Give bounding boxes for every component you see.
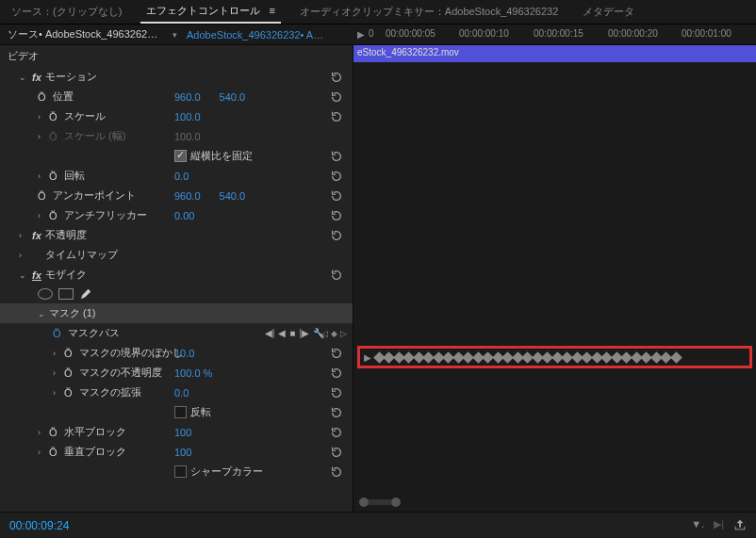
prop-mask-invert[interactable]: 反転 — [0, 402, 353, 422]
prop-value[interactable]: 100.0 — [174, 111, 201, 122]
stopwatch-icon[interactable]: Ŏ — [64, 367, 77, 379]
reset-button[interactable] — [330, 209, 345, 222]
reset-button[interactable] — [330, 367, 345, 380]
stopwatch-icon[interactable]: Ŏ — [49, 447, 62, 458]
reset-button[interactable] — [330, 229, 345, 242]
prop-scale[interactable]: › Ŏ スケール 100.0 — [0, 106, 353, 126]
mask-ellipse-button[interactable] — [38, 288, 53, 300]
scroll-handle-left[interactable] — [359, 497, 369, 507]
timeline-clip-bar[interactable]: eStock_496326232.mov — [353, 45, 756, 62]
prop-value[interactable]: 0.00 — [174, 210, 194, 221]
clip-name-link[interactable]: AdobeStock_496326232• A… — [187, 29, 323, 41]
prop-mask-feather[interactable]: › Ŏ マスクの境界のぼかし 10.0 — [0, 343, 353, 363]
twirl-closed-icon[interactable]: › — [53, 388, 64, 398]
timeline-ruler[interactable]: ▶ 0 00:00:00:05 00:00:00:10 00:00:00:15 … — [353, 24, 756, 45]
twirl-closed-icon[interactable]: › — [38, 211, 49, 220]
fx-badge-icon[interactable]: fx — [30, 72, 43, 83]
effect-motion[interactable]: ⌄ fx モーション — [0, 67, 353, 87]
reset-button[interactable] — [330, 406, 345, 419]
effect-mosaic[interactable]: ⌄ fx モザイク — [0, 265, 353, 285]
prop-value-x[interactable]: 960.0540.0 — [174, 190, 245, 202]
reset-button[interactable] — [330, 90, 345, 104]
add-keyframe-button[interactable]: ◆ — [331, 329, 337, 338]
stopwatch-icon[interactable]: Ŏ — [38, 91, 51, 103]
export-icon[interactable] — [733, 518, 747, 533]
stopwatch-icon[interactable]: Ŏ — [38, 190, 51, 202]
track-step-fwd-button[interactable]: |▶ — [299, 328, 309, 338]
prop-value[interactable]: 0.0 — [174, 171, 189, 182]
twirl-closed-icon[interactable]: › — [38, 171, 49, 181]
reset-button[interactable] — [330, 150, 345, 163]
prop-anchor-point[interactable]: Ŏ アンカーポイント 960.0540.0 — [0, 186, 353, 205]
tab-effect-controls[interactable]: エフェクトコントロール ≡ — [140, 0, 280, 24]
prop-lock-aspect[interactable]: 縦横比を固定 — [0, 146, 353, 166]
prop-vertical-blocks[interactable]: › Ŏ 垂直ブロック 100 — [0, 442, 353, 462]
twirl-closed-icon[interactable]: › — [19, 251, 30, 260]
filter-icon[interactable]: ▼. — [691, 518, 704, 533]
timeline-horizontal-scrollbar[interactable] — [359, 497, 750, 508]
stopwatch-icon[interactable]: Ŏ — [64, 387, 77, 399]
prop-value[interactable]: 100.0 % — [174, 367, 212, 379]
lock-aspect-checkbox[interactable] — [174, 150, 187, 162]
twirl-closed-icon[interactable]: › — [19, 231, 30, 240]
stopwatch-icon[interactable]: Ŏ — [49, 210, 62, 221]
scroll-track[interactable] — [369, 499, 391, 505]
reset-button[interactable] — [330, 110, 345, 123]
stopwatch-icon[interactable]: Ŏ — [64, 348, 77, 359]
prop-horizontal-blocks[interactable]: › Ŏ 水平ブロック 100 — [0, 422, 353, 442]
track-stop-button[interactable]: ■ — [289, 328, 295, 338]
stopwatch-icon[interactable]: Ŏ — [49, 111, 62, 122]
keyframe-track[interactable]: ▶ — [360, 349, 749, 366]
reset-button[interactable] — [330, 465, 345, 479]
keyframe-marker[interactable] — [670, 351, 682, 364]
mask-pen-button[interactable] — [79, 287, 92, 301]
source-dropdown[interactable]: ソース• AdobeStock_49632623… — [8, 27, 163, 41]
mask-1[interactable]: ⌄ マスク (1) — [0, 303, 353, 323]
next-keyframe-button[interactable]: ▷ — [340, 329, 347, 338]
reset-button[interactable] — [330, 170, 345, 183]
prop-value[interactable]: 100 — [174, 447, 191, 458]
prop-mask-opacity[interactable]: › Ŏ マスクの不透明度 100.0 % — [0, 363, 353, 383]
prop-sharp-color[interactable]: シャープカラー — [0, 462, 353, 481]
twirl-closed-icon[interactable]: › — [53, 349, 64, 358]
twirl-closed-icon[interactable]: › — [38, 448, 49, 457]
stopwatch-icon[interactable]: Ŏ — [53, 328, 66, 339]
reset-button[interactable] — [330, 446, 345, 459]
prop-rotation[interactable]: › Ŏ 回転 0.0 — [0, 166, 353, 186]
tab-metadata[interactable]: メタデータ — [577, 1, 640, 23]
prop-value[interactable]: 10.0 — [174, 348, 194, 359]
panel-menu-icon[interactable]: ≡ — [269, 5, 274, 16]
fx-badge-icon[interactable]: fx — [30, 269, 43, 281]
effect-time-remap[interactable]: › fx タイムリマップ — [0, 245, 353, 265]
reset-button[interactable] — [330, 71, 345, 84]
effect-opacity[interactable]: › fx 不透明度 — [0, 225, 353, 245]
stopwatch-icon[interactable]: Ŏ — [49, 427, 62, 438]
tab-source[interactable]: ソース：(クリップなし) — [6, 1, 127, 23]
track-step-back-button[interactable]: ◀ — [278, 328, 286, 338]
mask-rect-button[interactable] — [58, 288, 74, 300]
mask-invert-checkbox[interactable] — [174, 406, 187, 418]
prop-value[interactable]: 0.0 — [174, 387, 189, 399]
reset-button[interactable] — [330, 386, 345, 399]
track-reverse-button[interactable]: ◀| — [265, 328, 275, 338]
twirl-open-icon[interactable]: ⌄ — [19, 73, 30, 82]
twirl-open-icon[interactable]: ⌄ — [19, 270, 30, 280]
reset-button[interactable] — [330, 426, 345, 439]
fx-badge-icon[interactable]: fx — [30, 230, 43, 241]
reset-button[interactable] — [330, 269, 345, 282]
prop-value-x[interactable]: 960.0540.0 — [174, 91, 245, 103]
twirl-closed-icon[interactable]: › — [53, 368, 64, 378]
twirl-closed-icon[interactable]: › — [38, 428, 49, 437]
prop-value[interactable]: 100 — [174, 427, 191, 438]
prop-mask-path[interactable]: Ŏ マスクパス ◀| ◀ ■ |▶ 🔧 ◁ ◆ ▷ — [0, 323, 353, 343]
prev-keyframe-button[interactable]: ◁ — [321, 329, 328, 338]
timeline-panel[interactable]: eStock_496326232.mov ▶ — [353, 45, 756, 512]
reset-button[interactable] — [330, 347, 345, 360]
scroll-handle-right[interactable] — [391, 497, 401, 507]
tab-audio-mixer[interactable]: オーディオクリップミキサー：AdobeStock_496326232 — [294, 1, 565, 23]
twirl-closed-icon[interactable]: › — [38, 112, 49, 122]
chevron-down-icon[interactable]: ▾ — [173, 30, 177, 40]
play-only-icon[interactable]: ▶| — [714, 518, 724, 533]
prop-position[interactable]: Ŏ 位置 960.0540.0 — [0, 87, 353, 106]
twirl-open-icon[interactable]: ⌄ — [38, 309, 49, 318]
